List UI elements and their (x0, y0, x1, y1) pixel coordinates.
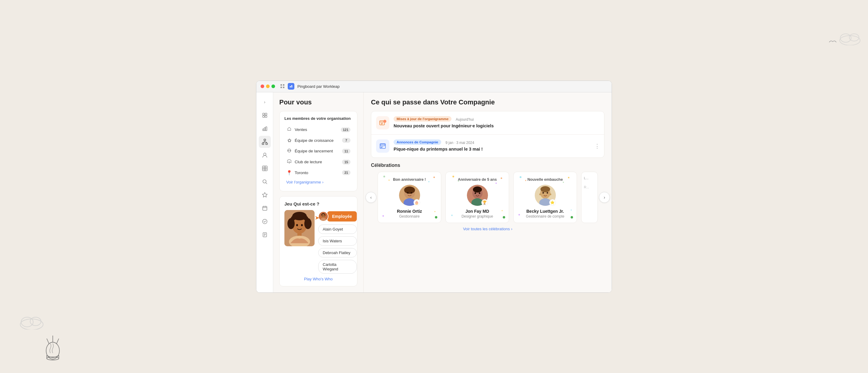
newhire-badge: ⭐ (549, 199, 556, 206)
news-more-button[interactable]: ⋮ (594, 143, 600, 149)
svg-point-59 (304, 218, 312, 229)
lancement-count: 11 (342, 149, 350, 153)
quiz-option-4[interactable]: Carlotta Wiegand (318, 260, 357, 274)
news-headline-2: Pique-nique du printemps annuel le 3 mai… (394, 147, 599, 151)
celebrations-section: Célébrations ‹ (371, 163, 604, 231)
minimize-dot[interactable] (266, 85, 270, 88)
svg-line-6 (56, 339, 59, 344)
news-tag-2: Annonces de Compagnie (394, 139, 441, 145)
svg-point-80 (407, 192, 408, 194)
svg-rect-15 (291, 85, 292, 87)
sidebar-item-check[interactable] (259, 216, 271, 228)
celebration-avatar-wrap-3: ⭐ (535, 185, 556, 206)
org-members-card: Les membres de votre organisation Ventes… (279, 111, 358, 191)
titlebar: Pingboard par Workleap (256, 81, 612, 92)
sidebar-item-note[interactable] (259, 229, 271, 241)
celebration-avatar-wrap-1: 🎂 (399, 185, 420, 206)
app-icon (288, 83, 294, 90)
svg-line-37 (266, 182, 267, 184)
tooltip-bubble-wrap: Employée (318, 211, 357, 222)
ventes-icon (286, 127, 292, 133)
svg-point-88 (478, 192, 480, 194)
news-headline-1: Nouveau poste ouvert pour Ingénieur·e lo… (394, 123, 599, 128)
cloud-left-deco (18, 313, 45, 331)
svg-point-48 (288, 150, 289, 151)
celebration-card-1: Bon anniversaire ! (378, 172, 441, 223)
celebration-card-3: Nouvelle embauche (513, 172, 577, 223)
org-item-toronto[interactable]: 📍 Toronto 21 (284, 168, 352, 178)
next-celebration-button[interactable]: › (599, 192, 610, 203)
svg-point-94 (539, 194, 541, 195)
lecture-icon (286, 159, 292, 165)
svg-rect-22 (266, 127, 267, 131)
svg-point-70 (383, 120, 386, 123)
svg-point-3 (46, 342, 59, 359)
svg-rect-31 (262, 166, 267, 171)
toronto-icon: 📍 (286, 170, 292, 176)
celebration-name-2: Jon Fay MD (465, 209, 489, 214)
tooltip-area: Employée (318, 211, 357, 222)
org-item-lecture[interactable]: Club de lecture 15 (284, 156, 352, 168)
lecture-label: Club de lecture (294, 160, 340, 164)
svg-point-54 (296, 224, 298, 226)
svg-point-96 (542, 192, 544, 194)
birthday-badge: 🎂 (413, 199, 420, 206)
maximize-dot[interactable] (272, 85, 275, 88)
svg-point-93 (540, 186, 550, 192)
see-all-text: Voir toutes les célébrations (463, 227, 510, 231)
lancement-icon (286, 148, 292, 154)
org-chart-link[interactable]: Voir l'organigramme › (284, 178, 352, 186)
org-item-ventes[interactable]: Ventes 121 (284, 124, 352, 135)
sidebar-item-chart[interactable] (259, 122, 271, 135)
svg-rect-16 (263, 113, 265, 115)
svg-point-36 (263, 179, 266, 183)
see-all-chevron: › (511, 227, 513, 231)
svg-point-79 (404, 186, 415, 194)
online-dot-1 (435, 216, 437, 219)
croissance-icon: ✿ (286, 138, 292, 143)
news-icon-1 (376, 116, 390, 130)
sidebar-item-star[interactable] (259, 189, 271, 201)
org-item-croissance[interactable]: ✿ Équipe de croissance 7 (284, 135, 352, 146)
celebration-card-partial: L... R... (581, 172, 598, 223)
celebration-type-3: Nouvelle embauche (527, 177, 563, 182)
lancement-label: Équipe de lancement (294, 149, 340, 153)
close-dot[interactable] (260, 85, 264, 88)
quiz-option-1[interactable]: Alain Goyet (318, 225, 357, 234)
sidebar-toggle[interactable]: › (259, 96, 271, 108)
sidebar-item-calendar[interactable] (259, 202, 271, 214)
left-panel-title: Pour vous (279, 98, 358, 106)
news-item-1: Mises à jour de l'organigramme Aujourd'h… (371, 111, 604, 135)
svg-line-5 (47, 339, 49, 344)
sidebar-item-grid[interactable] (259, 162, 271, 174)
svg-point-2 (30, 317, 41, 326)
sidebar-item-person[interactable] (259, 149, 271, 161)
news-content-2: Annonces de Compagnie 9 jan · 3 mai 2024… (394, 139, 599, 151)
svg-rect-13 (289, 85, 293, 88)
bird-deco (829, 39, 836, 45)
svg-point-65 (323, 215, 324, 216)
svg-point-86 (473, 186, 482, 193)
org-item-lancement[interactable]: Équipe de lancement 11 (284, 146, 352, 156)
svg-rect-18 (263, 116, 265, 117)
quiz-footer-link[interactable]: Play Who's Who (284, 274, 352, 281)
prev-celebration-button[interactable]: ‹ (366, 192, 376, 203)
ventes-label: Ventes (294, 127, 338, 132)
quiz-title: Jeu Qui est-ce ? (284, 201, 352, 206)
app-title: Pingboard par Workleap (298, 84, 340, 89)
sidebar-item-search[interactable] (259, 176, 271, 188)
croissance-label: Équipe de croissance (294, 138, 340, 143)
svg-point-95 (550, 194, 551, 195)
tooltip-text: Employée (327, 211, 357, 222)
svg-point-81 (410, 192, 412, 194)
svg-rect-23 (264, 139, 266, 141)
svg-point-60 (292, 212, 307, 220)
news-meta-1: Mises à jour de l'organigramme Aujourd'h… (394, 116, 599, 123)
sidebar-item-home[interactable] (259, 109, 271, 121)
sidebar-item-org[interactable] (259, 136, 271, 148)
quiz-option-3[interactable]: Debroah Flatley (318, 248, 357, 257)
svg-point-97 (547, 192, 548, 194)
see-all-celebrations-link[interactable]: Voir toutes les célébrations › (371, 227, 604, 231)
anniversary-badge: 🏆 (482, 199, 488, 206)
quiz-option-2[interactable]: Isis Waters (318, 236, 357, 246)
